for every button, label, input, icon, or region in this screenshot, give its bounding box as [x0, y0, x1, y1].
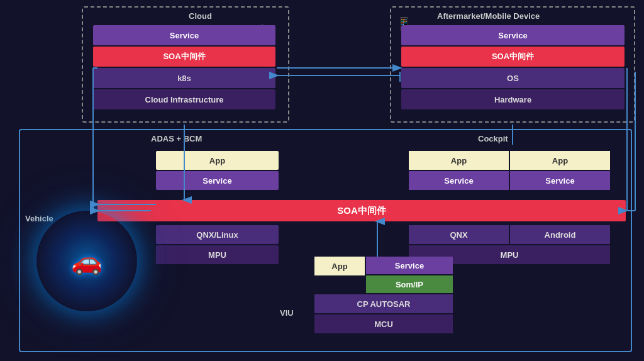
cockpit-app-1: App: [409, 151, 509, 170]
cockpit-qnx: QNX: [409, 225, 509, 244]
viu-service: Service: [366, 257, 453, 274]
cockpit-service-1: Service: [409, 171, 509, 190]
after-service: Service: [401, 25, 625, 45]
viu-block: App Service Som/IP CP AUTOSAR MCU: [314, 257, 453, 333]
cockpit-service-2: Service: [510, 171, 610, 190]
soa-middleware-bar: SOA中间件: [97, 200, 626, 221]
cloud-infra: Cloud Infrastructure: [93, 89, 275, 109]
cockpit-label: Cockpit: [478, 134, 508, 143]
viu-cp-autosar: CP AUTOSAR: [314, 294, 453, 313]
adas-service: Service: [156, 171, 279, 190]
adas-app: App: [156, 151, 279, 170]
cloud-k8s: k8s: [93, 68, 275, 88]
cockpit-app-row: App App: [409, 151, 610, 170]
main-diagram: ☁ Cloud 📱 Aftermarket/Mobile Device Serv…: [0, 0, 644, 361]
cockpit-service-row: Service Service: [409, 171, 610, 190]
adas-stack: App Service: [156, 151, 279, 190]
adas-qnx: QNX/Linux: [156, 225, 279, 244]
cockpit-os-row: QNX Android: [409, 225, 610, 244]
viu-app: App: [314, 257, 365, 275]
after-hardware: Hardware: [401, 89, 625, 109]
after-os: OS: [401, 68, 625, 88]
cloud-stack: Service SOA中间件 k8s Cloud Infrastructure: [93, 25, 275, 109]
viu-somip: Som/IP: [366, 275, 453, 293]
cockpit-stack: App App Service Service: [409, 151, 610, 190]
vehicle-image: 🚗: [25, 189, 148, 333]
adas-mpu: MPU: [156, 245, 279, 264]
glow-circle: 🚗: [36, 211, 137, 311]
cockpit-app-2: App: [510, 151, 610, 170]
adas-label: ADAS + BCM: [151, 134, 202, 143]
viu-top-row: App Service Som/IP: [314, 257, 453, 293]
viu-mcu: MCU: [314, 314, 453, 333]
cloud-title: Cloud: [189, 11, 212, 21]
cockpit-android: Android: [510, 225, 610, 244]
adas-lower: QNX/Linux MPU: [156, 225, 279, 264]
after-soa: SOA中间件: [401, 47, 625, 67]
car-icon: 🚗: [71, 247, 103, 276]
viu-label: VIU: [280, 308, 294, 318]
aftermarket-title: Aftermarket/Mobile Device: [437, 11, 540, 21]
cloud-soa: SOA中间件: [93, 47, 275, 67]
viu-service-somip-group: Service Som/IP: [366, 257, 453, 293]
cloud-service: Service: [93, 25, 275, 45]
aftermarket-stack: Service SOA中间件 OS Hardware: [401, 25, 625, 109]
